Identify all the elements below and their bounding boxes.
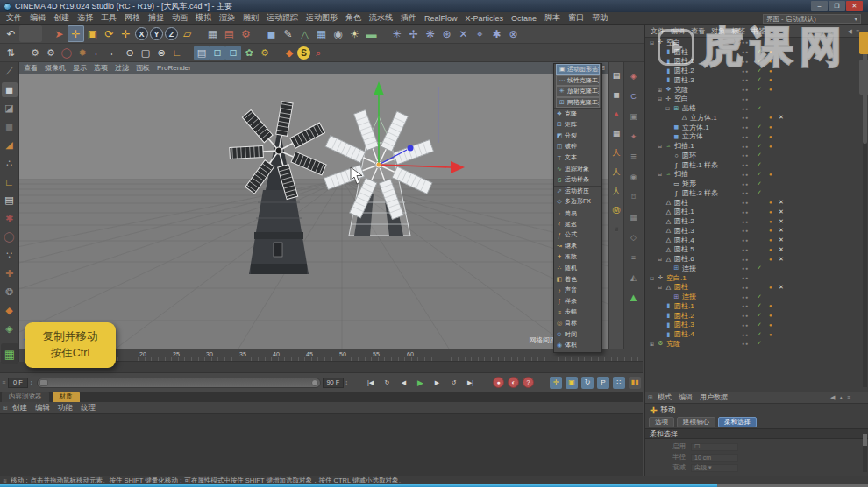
toolbar-icon[interactable]: ⚙	[27, 46, 43, 60]
toolbar-icon[interactable]: ▤	[194, 46, 210, 60]
key-toggle-button[interactable]: ▣	[566, 377, 578, 389]
start-frame-field[interactable]: 0 F	[8, 378, 28, 388]
object-row[interactable]: ▮ 圆柱.1 ●● ✓ ●	[645, 301, 868, 311]
mode-icon[interactable]: ◪	[2, 101, 18, 116]
stepper-icon[interactable]: ↕	[30, 379, 33, 385]
material-panel-tab[interactable]: 内容浏览器	[2, 392, 49, 402]
visibility-dots[interactable]: ●●	[742, 162, 749, 167]
om-menu-item[interactable]: 对象	[711, 26, 725, 36]
visibility-dots[interactable]: ●●	[742, 49, 749, 54]
menu-item[interactable]: 渲染	[219, 12, 235, 24]
attribute-corner-icon[interactable]: ◀	[830, 394, 835, 401]
mograph-menu-item[interactable]: ⊙ 时间	[554, 328, 601, 340]
dock-icon[interactable]: ◉	[627, 166, 641, 187]
menu-item[interactable]: 编辑	[30, 12, 46, 24]
mograph-menu-item[interactable]: ∿ 追踪对象	[554, 163, 601, 174]
xpresso-tag-icon[interactable]: ✕	[779, 284, 784, 291]
playback-button[interactable]: ▶|	[464, 377, 477, 389]
dock-icon[interactable]: ▣	[627, 106, 641, 126]
toolbar-icon[interactable]	[19, 25, 42, 42]
dock-icon[interactable]: ◇	[627, 227, 641, 247]
palette-icon[interactable]: ▦	[610, 124, 623, 143]
toolbar-icon[interactable]: ✱	[488, 25, 505, 42]
expand-icon[interactable]: ⊟	[658, 284, 665, 290]
toolbar-icon[interactable]: ◆	[281, 46, 297, 60]
visibility-dots[interactable]: ●●	[742, 332, 749, 337]
texture-tag-icon[interactable]: ●	[769, 247, 772, 252]
om-menu-item[interactable]: 编辑	[671, 26, 685, 36]
object-row[interactable]: ⊟ ✛ 空白 ●●	[645, 95, 868, 104]
material-menu-item[interactable]: 功能	[58, 403, 73, 413]
object-row[interactable]: △ 圆柱.2 ●● ● ✕	[645, 216, 868, 226]
dock-icon[interactable]: ✦	[627, 126, 641, 146]
mograph-menu-item[interactable]: ≡ 步幅	[554, 307, 601, 318]
toolbar-icon[interactable]: ⊙	[122, 46, 138, 60]
visibility-dots[interactable]: ●●	[742, 219, 749, 224]
xpresso-tag-icon[interactable]: ✕	[779, 199, 784, 206]
stepper-icon[interactable]: ↕	[345, 379, 349, 385]
mode-icon[interactable]: ◆	[2, 303, 18, 318]
texture-tag-icon[interactable]: ●	[769, 257, 772, 262]
visibility-dots[interactable]: ●●	[742, 124, 749, 130]
menu-item[interactable]: 选择	[77, 12, 93, 24]
mograph-menu-item[interactable]: S 运动样条	[554, 174, 601, 186]
object-row[interactable]: ▮ 圆柱.3 ●● ✓ ●	[645, 75, 868, 85]
texture-tag-icon[interactable]: ●	[769, 77, 772, 82]
expand-icon[interactable]: ⊟	[658, 95, 665, 102]
object-row[interactable]: ⊟ ≈ 扫描.1 ●● ✓ ●	[645, 141, 868, 151]
mode-icon[interactable]: ⟋	[2, 64, 18, 79]
dock-icon[interactable]: C	[627, 86, 641, 106]
mograph-menu-item[interactable]: ∴ 随机	[554, 263, 601, 274]
viewport-menu-item[interactable]: 查看	[24, 63, 38, 73]
enable-check-icon[interactable]: ✓	[757, 152, 762, 159]
menu-item[interactable]: 模拟	[196, 12, 211, 24]
mode-icon[interactable]: ◈	[2, 321, 18, 336]
range-knob[interactable]	[39, 379, 48, 386]
end-frame-field[interactable]: 90 F	[323, 378, 343, 388]
toolbar-icon[interactable]: ⊛	[438, 25, 455, 42]
visibility-dots[interactable]: ●●	[742, 228, 749, 233]
palette-icon[interactable]: ▲	[610, 104, 623, 124]
mograph-menu-item[interactable]: ↝ 继承	[554, 241, 601, 252]
toolbar-icon[interactable]: Y	[150, 27, 163, 40]
object-row[interactable]: ⊟ ✛ 空白 ●●	[645, 38, 868, 47]
toolbar-icon[interactable]: ⟳	[101, 25, 117, 42]
mograph-menu-item[interactable]: ❖ 克隆	[554, 108, 601, 119]
menu-item[interactable]: 工具	[101, 12, 117, 24]
object-row[interactable]: △ 圆柱.1 ●● ● ✕	[645, 208, 868, 217]
window-button[interactable]: ✕	[846, 1, 863, 11]
toolbar-icon[interactable]: ⊜	[153, 46, 169, 60]
toolbar-icon[interactable]: ⊡	[225, 46, 241, 60]
visibility-dots[interactable]: ●●	[742, 87, 749, 92]
texture-tag-icon[interactable]: ●	[769, 68, 772, 74]
attribute-menu-item[interactable]: 编辑	[679, 392, 693, 402]
menu-item[interactable]: 脚本	[544, 12, 560, 24]
object-row[interactable]: ▮ 圆柱 ●● ✓ ●	[645, 47, 868, 57]
viewport-menu-item[interactable]: 过滤	[115, 63, 129, 73]
range-end-knob[interactable]	[311, 379, 318, 386]
mograph-menu-item[interactable]: ∫ 样条	[554, 295, 601, 307]
object-row[interactable]: △ 圆柱.5 ●● ● ✕	[645, 245, 868, 255]
visibility-dots[interactable]: ●●	[742, 144, 749, 149]
expand-icon[interactable]: ⊟	[665, 105, 672, 111]
palette-icon[interactable]: 人	[610, 181, 623, 201]
mode-icon[interactable]: ◼	[2, 82, 18, 97]
enable-check-icon[interactable]: ✓	[757, 76, 762, 83]
toolbar-icon[interactable]: ⌖	[472, 25, 488, 42]
mode-icon[interactable]: ∴	[2, 156, 18, 171]
object-row[interactable]: ⊟ △ 圆柱.6 ●● ● ✕	[645, 254, 868, 264]
enable-check-icon[interactable]: ✓	[757, 58, 762, 65]
texture-tag-icon[interactable]: ●	[769, 322, 772, 328]
expand-icon[interactable]: ⊞	[650, 341, 657, 347]
film-icon[interactable]: ▦	[1, 343, 18, 364]
mograph-menu-item[interactable]: ◐ 延迟	[554, 218, 601, 229]
texture-tag-icon[interactable]: ●	[769, 313, 772, 318]
toolbar-icon[interactable]: ▱	[179, 25, 196, 42]
object-row[interactable]: ⊟ ✛ 空白.1 ●●	[645, 273, 868, 283]
menu-item[interactable]: 动画	[172, 12, 188, 24]
attribute-tab[interactable]: 柔和选择	[718, 417, 757, 427]
material-menu-item[interactable]: 编辑	[35, 403, 50, 413]
toolbar-icon[interactable]: ⊗	[505, 25, 522, 42]
visibility-dots[interactable]: ●●	[742, 322, 749, 328]
mograph-menu-item[interactable]: ◫ 破碎	[554, 141, 601, 152]
